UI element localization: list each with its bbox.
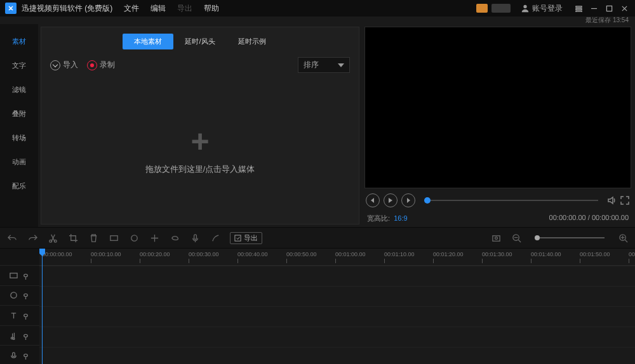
ruler-mark: 00:01:40.00 — [531, 251, 561, 257]
zoom-in-button[interactable] — [617, 232, 629, 244]
tracks-area[interactable]: 00:00:00.0000:00:10.0000:00:20.0000:00:3… — [39, 249, 635, 364]
svg-rect-2 — [575, 8, 581, 10]
playhead[interactable] — [42, 249, 43, 364]
export-icon — [234, 235, 241, 242]
tab-lens[interactable]: 延时/风头 — [173, 34, 226, 49]
ratio-value[interactable]: 16:9 — [394, 214, 407, 222]
svg-rect-31 — [13, 353, 15, 357]
svg-rect-12 — [194, 234, 196, 239]
time-display: 00:00:00.00 / 00:00:00.00 — [549, 214, 629, 223]
mic-button[interactable] — [189, 232, 201, 244]
delete-button[interactable] — [88, 232, 99, 244]
sidebar-item-text[interactable]: 文字 — [0, 53, 38, 77]
import-button[interactable]: 导入 — [50, 60, 78, 70]
zoom-out-button[interactable] — [511, 232, 522, 244]
record-icon — [87, 60, 97, 70]
import-icon — [50, 60, 60, 70]
preview-panel: 宽高比: 16:9 00:00:00.00 / 00:00:00.00 — [362, 24, 635, 227]
ruler-mark: 00:00:40.00 — [237, 251, 268, 257]
ruler-mark: 00:00:00.00 — [42, 251, 72, 257]
sort-dropdown[interactable]: 排序 — [298, 57, 350, 73]
svg-point-9 — [54, 240, 57, 242]
minimize-button[interactable] — [588, 3, 599, 14]
ruler-mark: 00:00:10.00 — [91, 251, 121, 257]
play-button[interactable] — [384, 193, 398, 207]
track-row[interactable] — [39, 347, 635, 364]
next-frame-button[interactable] — [401, 193, 415, 207]
chevron-down-icon — [338, 63, 344, 67]
svg-point-15 — [495, 237, 497, 239]
scrub-bar[interactable] — [424, 200, 598, 201]
track-head-audio[interactable] — [0, 325, 39, 346]
svg-line-18 — [518, 240, 521, 242]
notice-badge[interactable] — [476, 4, 488, 13]
sidebar-item-overlay[interactable]: 叠附 — [0, 101, 38, 126]
snapshot-button[interactable] — [490, 232, 502, 244]
tool-c-button[interactable] — [149, 232, 160, 244]
sort-label: 排序 — [304, 60, 319, 70]
ruler-mark: 00:01:50.00 — [580, 251, 610, 257]
svg-rect-3 — [575, 11, 581, 12]
tool-e-button[interactable] — [210, 232, 221, 244]
volume-icon[interactable] — [607, 195, 617, 205]
ruler-mark: 00:00:30.00 — [189, 251, 219, 257]
preview-info: 宽高比: 16:9 00:00:00.00 / 00:00:00.00 — [364, 212, 631, 227]
svg-rect-1 — [575, 6, 581, 7]
record-label: 录制 — [100, 60, 115, 70]
export-button[interactable]: 导出 — [230, 232, 262, 244]
sidebar-item-music[interactable]: 配乐 — [0, 174, 38, 198]
track-head-video[interactable] — [0, 265, 39, 285]
media-panel: 本地素材 延时/风头 延时示例 导入 录制 排序 + 拖放文件到这里/点击导入媒… — [41, 27, 359, 224]
undo-button[interactable] — [6, 232, 18, 244]
maximize-button[interactable] — [603, 3, 615, 14]
track-row[interactable] — [39, 327, 635, 347]
ratio-group: 宽高比: 16:9 — [367, 214, 408, 223]
track-row[interactable] — [39, 286, 635, 306]
fullscreen-icon[interactable] — [620, 195, 630, 205]
media-drop-zone[interactable]: + 拖放文件到这里/点击导入媒体 — [41, 77, 359, 224]
track-row[interactable] — [39, 306, 635, 327]
sidebar-item-animation[interactable]: 动画 — [0, 150, 38, 174]
ruler-mark: 00:01:00.00 — [335, 251, 366, 257]
track-head-overlay[interactable] — [0, 285, 39, 306]
crop-button[interactable] — [67, 232, 79, 244]
settings-button[interactable] — [573, 3, 584, 14]
tool-a-button[interactable] — [108, 232, 119, 244]
scrub-handle[interactable] — [424, 197, 431, 204]
redo-button[interactable] — [27, 232, 38, 244]
tab-example[interactable]: 延时示例 — [227, 34, 277, 49]
prev-frame-button[interactable] — [366, 193, 380, 207]
zoom-handle[interactable] — [535, 235, 540, 240]
title-bar: 迅捷视频剪辑软件 (免费版) 文件 编辑 导出 帮助 账号登录 — [0, 0, 635, 16]
svg-point-0 — [523, 5, 526, 8]
sidebar-item-transition[interactable]: 转场 — [0, 126, 38, 150]
menu-file[interactable]: 文件 — [124, 3, 139, 14]
sidebar-item-media[interactable]: 素材 — [0, 29, 38, 53]
time-ruler[interactable]: 00:00:00.0000:00:10.0000:00:20.0000:00:3… — [39, 249, 635, 266]
track-head-voice[interactable] — [0, 345, 39, 364]
plus-icon: + — [190, 126, 209, 157]
ruler-mark: 00:00:50.00 — [286, 251, 317, 257]
menu-edit[interactable]: 编辑 — [150, 3, 166, 14]
track-row[interactable] — [39, 266, 635, 286]
title-right: 账号登录 — [476, 3, 630, 14]
close-button[interactable] — [618, 3, 630, 14]
export-label: 导出 — [244, 233, 258, 243]
ruler-mark: 00:01:30.00 — [482, 251, 512, 257]
split-button[interactable] — [47, 232, 58, 244]
login-button[interactable]: 账号登录 — [521, 3, 563, 14]
sidebar-item-filter[interactable]: 滤镜 — [0, 77, 38, 101]
ruler-mark: 00:00:20.00 — [140, 251, 170, 257]
zoom-slider[interactable] — [535, 237, 605, 238]
tab-local[interactable]: 本地素材 — [123, 34, 173, 49]
svg-rect-5 — [606, 6, 612, 11]
media-tools: 导入 录制 排序 — [41, 53, 359, 77]
menu-help[interactable]: 帮助 — [204, 3, 219, 14]
record-button[interactable]: 录制 — [87, 60, 115, 70]
track-heads — [0, 249, 39, 364]
tool-d-button[interactable] — [169, 232, 180, 244]
track-head-text[interactable] — [0, 305, 39, 325]
preview-screen[interactable] — [364, 27, 631, 188]
tool-b-button[interactable] — [128, 232, 140, 244]
import-label: 导入 — [63, 60, 78, 70]
